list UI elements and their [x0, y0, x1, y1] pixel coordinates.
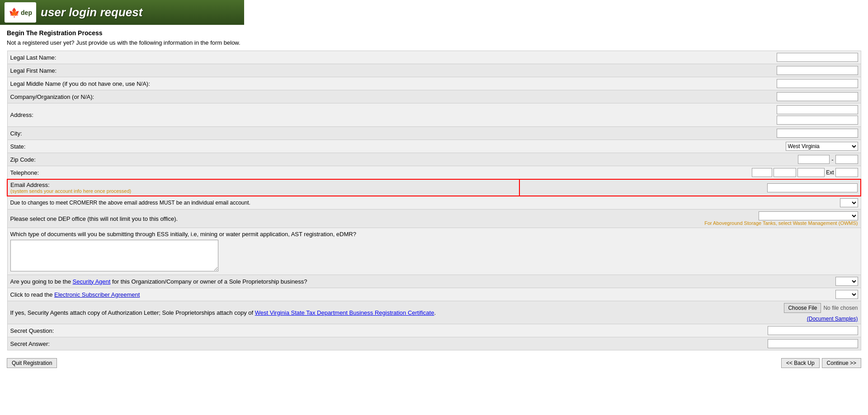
agreement-input-cell: Yes No [519, 288, 861, 301]
dep-logo: 🍁 dep [5, 2, 36, 23]
secret-answer-label: Secret Answer: [7, 337, 519, 350]
doc-type-label: Which type of documents will you be subm… [10, 231, 858, 238]
secret-answer-input-cell [519, 337, 861, 350]
secret-answer-row: Secret Answer: [7, 337, 861, 350]
agreement-select[interactable]: Yes No [835, 290, 858, 299]
page-content: Begin The Registration Process Not a reg… [0, 25, 868, 375]
city-label: City: [7, 127, 519, 140]
back-button[interactable]: << Back Up [781, 358, 820, 368]
security-agent-select[interactable]: Yes No [835, 277, 858, 286]
address-line1-input[interactable] [777, 105, 858, 114]
telephone-input-cell: Ext [519, 166, 861, 180]
last-name-input[interactable] [777, 53, 858, 62]
cromerr-note: Due to changes to meet CROMERR the above… [7, 196, 519, 210]
email-input[interactable] [767, 183, 858, 192]
page-header: 🍁 dep user login request [0, 0, 244, 25]
doc-type-row: Which type of documents will you be subm… [7, 228, 861, 275]
zip-ext-input[interactable] [835, 155, 858, 164]
secret-question-input-cell [519, 324, 861, 337]
address-inputs [522, 105, 858, 125]
agreement-link[interactable]: Electronic Subscriber Agreement [54, 291, 140, 298]
email-input-cell [519, 179, 861, 196]
zip-label: Zip Code: [7, 153, 519, 166]
dep-office-select[interactable]: Air Quality (AQD) Environmental Enforcem… [759, 211, 858, 220]
state-input-cell: West Virginia Alabama Alaska Arizona Ark… [519, 140, 861, 153]
cromerr-select-cell: Yes No [519, 196, 861, 210]
zip-dash: - [831, 156, 833, 163]
security-agent-link[interactable]: Security Agent [73, 278, 111, 285]
middle-name-input-cell [519, 77, 861, 90]
last-name-label: Legal Last Name: [7, 51, 519, 64]
file-upload-line: Choose File No file chosen [784, 303, 858, 313]
bottom-bar: Quit Registration << Back Up Continue >> [7, 356, 861, 370]
address-label: Address: [7, 103, 519, 127]
dep-office-label: Please select one DEP office (this will … [7, 210, 519, 228]
telephone-row: Telephone: Ext [7, 166, 861, 180]
cromerr-row: Due to changes to meet CROMERR the above… [7, 196, 861, 210]
security-agent-input-cell: Yes No [519, 275, 861, 288]
security-agent-label-cell: Are you going to be the Security Agent f… [7, 275, 519, 288]
section-title: Begin The Registration Process [7, 29, 861, 37]
secret-question-label: Secret Question: [7, 324, 519, 337]
doc-samples-link[interactable]: (Document Samples) [807, 316, 858, 322]
choose-file-button[interactable]: Choose File [784, 303, 821, 313]
first-name-input-cell [519, 64, 861, 77]
city-input-cell [519, 127, 861, 140]
dep-office-input-cell: Air Quality (AQD) Environmental Enforcem… [519, 210, 861, 228]
cromerr-select[interactable]: Yes No [840, 198, 858, 207]
telephone-label: Telephone: [7, 166, 519, 180]
company-input-cell [519, 90, 861, 103]
address-row: Address: [7, 103, 861, 127]
dep-office-note: For Aboveground Storage Tanks, select Wa… [522, 220, 858, 226]
no-file-text: No file chosen [823, 305, 858, 311]
file-upload-row: If yes, Security Agents attach copy of A… [7, 301, 861, 324]
email-label-cell: Email Address: (system sends your accoun… [7, 179, 519, 196]
nav-buttons: << Back Up Continue >> [781, 358, 861, 368]
intro-text: Not a registered user yet? Just provide … [7, 39, 861, 46]
wv-tax-link[interactable]: West Virginia State Tax Department Busin… [255, 309, 434, 316]
tel-prefix-input[interactable] [774, 168, 796, 177]
doc-type-cell: Which type of documents will you be subm… [7, 228, 861, 275]
email-row: Email Address: (system sends your accoun… [7, 179, 861, 196]
tel-ext-input[interactable] [835, 168, 858, 177]
ext-label: Ext [826, 169, 834, 176]
zip-input-cell: - [519, 153, 861, 166]
company-label: Company/Organization (or N/A): [7, 90, 519, 103]
quit-registration-button[interactable]: Quit Registration [7, 358, 57, 368]
city-input[interactable] [777, 129, 858, 138]
tel-area-input[interactable] [752, 168, 772, 177]
company-input[interactable] [777, 92, 858, 101]
security-agent-row: Are you going to be the Security Agent f… [7, 275, 861, 288]
tel-number-input[interactable] [797, 168, 825, 177]
city-row: City: [7, 127, 861, 140]
agreement-row: Click to read the Electronic Subscriber … [7, 288, 861, 301]
zip-row: Zip Code: - [7, 153, 861, 166]
secret-answer-input[interactable] [768, 339, 858, 348]
last-name-row: Legal Last Name: [7, 51, 861, 64]
first-name-input[interactable] [777, 66, 858, 75]
telephone-inputs: Ext [522, 168, 858, 177]
state-row: State: West Virginia Alabama Alaska Ariz… [7, 140, 861, 153]
doc-type-textarea[interactable] [10, 240, 218, 271]
state-select[interactable]: West Virginia Alabama Alaska Arizona Ark… [786, 142, 858, 151]
agreement-label-cell: Click to read the Electronic Subscriber … [7, 288, 519, 301]
file-upload-cell: Choose File No file chosen (Document Sam… [519, 301, 861, 324]
company-row: Company/Organization (or N/A): [7, 90, 861, 103]
continue-button[interactable]: Continue >> [822, 358, 861, 368]
secret-question-row: Secret Question: [7, 324, 861, 337]
page-title: user login request [41, 5, 142, 19]
state-label: State: [7, 140, 519, 153]
file-upload-label: If yes, Security Agents attach copy of A… [7, 301, 519, 324]
registration-form: Legal Last Name: Legal First Name: Legal… [7, 51, 861, 350]
secret-question-input[interactable] [768, 326, 858, 335]
email-label: Email Address: [10, 182, 50, 188]
email-sublabel: (system sends your account info here onc… [10, 188, 516, 194]
file-upload-area: Choose File No file chosen (Document Sam… [522, 303, 858, 322]
address-line2-input[interactable] [777, 116, 858, 125]
first-name-row: Legal First Name: [7, 64, 861, 77]
doc-samples-line: (Document Samples) [807, 315, 858, 322]
middle-name-input[interactable] [777, 79, 858, 88]
zip-main-input[interactable] [798, 155, 830, 164]
first-name-label: Legal First Name: [7, 64, 519, 77]
last-name-input-cell [519, 51, 861, 64]
